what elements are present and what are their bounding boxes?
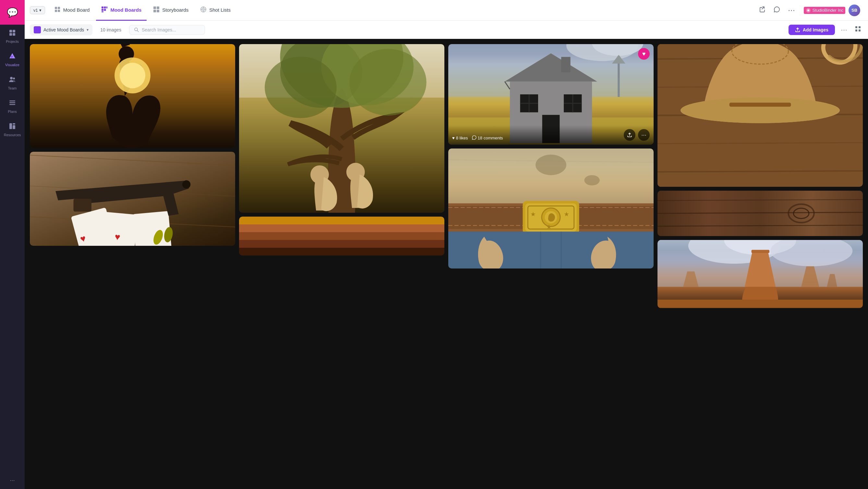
svg-point-124 [788, 204, 814, 223]
svg-point-45 [120, 63, 145, 88]
svg-line-122 [657, 225, 863, 226]
image-card-wood[interactable] [657, 191, 863, 236]
svg-rect-55 [74, 199, 91, 212]
image-stats: ♥ 8 likes 18 comments [452, 135, 503, 141]
grid-column-2 [239, 44, 444, 256]
toolbar-view-button[interactable] [853, 24, 863, 35]
sidebar-item-label: Resources [4, 133, 21, 137]
svg-rect-27 [157, 10, 159, 12]
toolbar: Active Mood Boards ▾ 10 images Add Image… [25, 21, 868, 39]
svg-rect-10 [9, 104, 15, 105]
sidebar-item-team[interactable]: Team [0, 71, 25, 95]
mood-boards-icon [101, 6, 108, 13]
toolbar-more-button[interactable]: ⋯ [839, 24, 849, 36]
svg-rect-19 [104, 6, 106, 8]
svg-rect-18 [101, 6, 103, 8]
more-action-button[interactable]: ⋯ [638, 129, 650, 141]
storyboards-icon [153, 6, 160, 13]
version-badge[interactable]: v1 ▾ [30, 6, 45, 14]
tab-shot-lists[interactable]: Shot Lists [195, 0, 236, 21]
search-icon [134, 27, 139, 32]
image-card-house[interactable]: ♥ ♥ 8 likes [448, 44, 654, 144]
svg-rect-76 [561, 57, 570, 72]
svg-rect-3 [13, 33, 15, 36]
svg-rect-15 [58, 7, 60, 9]
svg-rect-25 [157, 6, 159, 9]
app-logo[interactable]: 💬 [0, 0, 25, 25]
sidebar-more[interactable]: ... [10, 476, 14, 489]
board-selector-label: Active Mood Boards [43, 27, 84, 32]
svg-text:♥: ♥ [115, 231, 121, 242]
add-images-button[interactable]: Add Images [788, 25, 835, 35]
sidebar: 💬 Projects Visualize [0, 0, 25, 489]
svg-line-120 [657, 199, 863, 200]
image-grid: ♥ ♥ [25, 39, 868, 489]
grid-column-4 [657, 44, 863, 308]
board-selector[interactable]: Active Mood Boards ▾ [30, 24, 92, 35]
svg-point-89 [535, 155, 566, 175]
image-count: 10 images [96, 25, 125, 34]
svg-point-36 [807, 9, 809, 11]
image-card-belt[interactable]: ★ ★ ★ [448, 149, 654, 268]
svg-rect-11 [9, 123, 12, 129]
svg-rect-22 [104, 9, 106, 11]
upload-action-button[interactable] [624, 129, 636, 141]
sidebar-item-resources[interactable]: Resources [0, 118, 25, 141]
svg-rect-9 [9, 102, 15, 103]
svg-text:★: ★ [546, 223, 552, 230]
svg-rect-2 [9, 33, 12, 36]
sidebar-item-label: Visualize [5, 63, 20, 67]
sidebar-item-plans[interactable]: Plans [0, 95, 25, 118]
upload-icon [795, 27, 800, 32]
grid-column-1: ♥ ♥ [30, 44, 235, 246]
svg-text:★: ★ [530, 211, 536, 218]
tab-mood-boards[interactable]: Mood Boards [96, 0, 147, 21]
svg-rect-130 [751, 250, 769, 253]
svg-point-62 [265, 57, 337, 118]
svg-line-121 [657, 213, 863, 214]
svg-point-125 [794, 208, 809, 219]
svg-point-7 [13, 77, 15, 79]
sidebar-item-visualize[interactable]: Visualize [0, 48, 25, 71]
image-card-hat[interactable] [657, 44, 863, 187]
image-overlay: ♥ 8 likes 18 comments [448, 125, 654, 144]
image-card-gun[interactable]: ♥ ♥ [30, 152, 235, 246]
mood-board-icon [54, 6, 61, 13]
svg-rect-39 [859, 26, 861, 28]
search-input[interactable] [142, 27, 200, 32]
shot-lists-icon [200, 6, 207, 13]
heart-icon: ♥ [452, 135, 455, 140]
svg-rect-26 [153, 10, 156, 12]
svg-rect-1 [13, 30, 15, 32]
svg-rect-0 [9, 30, 12, 32]
top-navigation: v1 ▾ Mood Board [25, 0, 868, 21]
plans-icon [9, 99, 16, 108]
svg-rect-21 [101, 9, 103, 11]
share-button[interactable] [757, 4, 768, 16]
image-card-palette[interactable] [239, 217, 444, 256]
chevron-down-icon: ▾ [39, 8, 41, 13]
user-avatar: SB [848, 4, 860, 16]
user-profile[interactable]: StudioBinder Inc SB [801, 3, 863, 18]
svg-rect-23 [101, 11, 103, 12]
svg-point-6 [10, 77, 13, 79]
more-options-button[interactable]: ⋯ [786, 4, 797, 17]
sidebar-item-projects[interactable]: Projects [0, 25, 25, 48]
comment-icon [472, 135, 476, 141]
tab-storyboards[interactable]: Storyboards [148, 0, 194, 21]
svg-point-30 [203, 9, 204, 10]
image-card-monument[interactable] [657, 240, 863, 308]
resources-icon [9, 123, 16, 131]
svg-rect-20 [106, 6, 107, 8]
svg-rect-40 [855, 30, 857, 31]
svg-rect-16 [55, 10, 57, 12]
svg-point-90 [584, 175, 599, 186]
svg-text:★: ★ [564, 211, 569, 218]
comments-count: 18 comments [478, 135, 503, 140]
svg-rect-131 [657, 300, 863, 308]
likes-count: 8 likes [456, 135, 468, 140]
image-card-horse[interactable] [30, 44, 235, 148]
comment-button[interactable] [772, 4, 782, 16]
tab-mood-board[interactable]: Mood Board [49, 0, 95, 21]
image-card-tree[interactable] [239, 44, 444, 213]
